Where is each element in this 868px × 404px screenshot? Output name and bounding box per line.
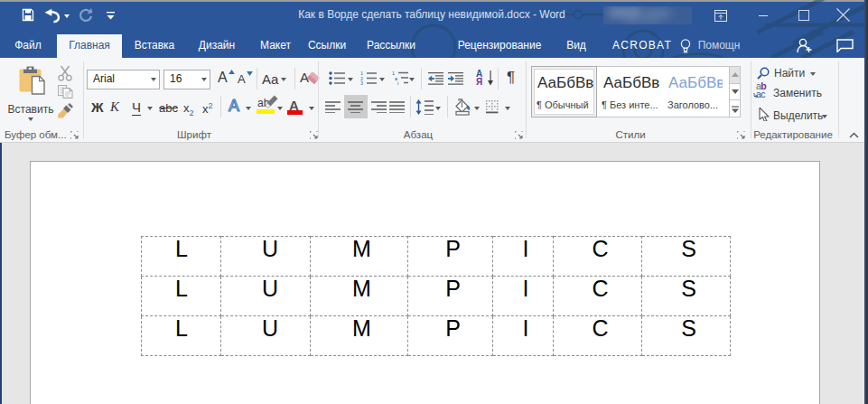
svg-text:3: 3 <box>360 80 363 86</box>
svg-text:i: i <box>397 80 398 86</box>
